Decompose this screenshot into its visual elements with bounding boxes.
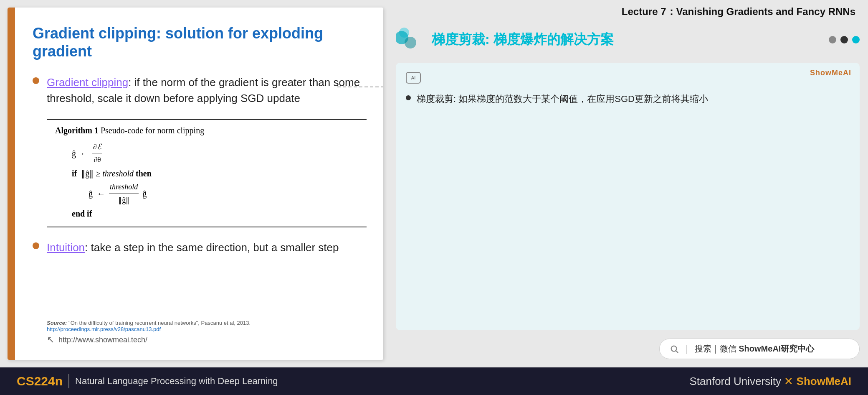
algo-frac-2: threshold ‖ĝ‖	[109, 181, 139, 206]
translation-box: ShowMeAI AI 梯度裁剪: 如果梯度的范数大于某个阈值，在应用SGD更新…	[396, 63, 860, 330]
frac2-numerator: threshold	[109, 181, 139, 194]
gradient-clipping-link[interactable]: Gradient clipping	[47, 76, 128, 89]
intuition-link[interactable]: Intuition	[47, 241, 85, 254]
slide-bullets: Gradient clipping: if the norm of the gr…	[33, 75, 367, 316]
algo-g-hat: ĝ ←	[72, 146, 91, 161]
nav-dot-3[interactable]	[852, 36, 860, 43]
ai-icon: AI	[406, 72, 421, 84]
search-brand: ShowMeAI研究中心	[739, 344, 814, 353]
slide-accent-bar	[8, 8, 15, 360]
algo-if: if	[72, 166, 77, 181]
footer-url: http://www.showmeai.tech/	[58, 336, 147, 344]
algo-g-hat-2: ĝ ←	[89, 186, 107, 201]
showmeai-badge: ShowMeAI	[810, 69, 851, 77]
algo-then: then	[136, 166, 152, 181]
bullet-dot-1	[33, 77, 39, 84]
right-panel: Lecture 7：Vanishing Gradients and Fancy …	[383, 0, 868, 367]
bullet-text-1: Gradient clipping: if the norm of the gr…	[47, 75, 367, 106]
cursor-icon: ↖	[47, 334, 54, 345]
url-line: ↖ http://www.showmeai.tech/	[47, 334, 358, 345]
search-text: 搜索｜微信 ShowMeAI研究中心	[695, 343, 815, 354]
nav-dot-1[interactable]	[829, 36, 836, 43]
svg-point-4	[405, 37, 416, 48]
bottom-divider	[68, 374, 69, 388]
slide-inner: Gradient clipping: solution for explodin…	[20, 8, 383, 360]
bullet-item-1: Gradient clipping: if the norm of the gr…	[33, 75, 367, 106]
nav-dots	[829, 36, 860, 43]
algo-end-if: end if	[72, 206, 92, 221]
trans-bullet-dot	[406, 95, 411, 100]
source-text: "On the difficulty of training recurrent…	[68, 320, 251, 326]
svg-line-6	[676, 351, 678, 353]
bottom-bar: CS224n Natural Language Processing with …	[0, 367, 868, 395]
slide-footer: Source: "On the difficulty of training r…	[33, 316, 367, 352]
frac-numerator: ∂ℰ	[92, 140, 102, 154]
nav-dot-2[interactable]	[840, 36, 848, 43]
source-label: Source:	[47, 320, 67, 326]
algo-title-normal: Pseudo-code for norm clipping	[99, 126, 204, 135]
algorithm-box: Algorithm 1 Pseudo-code for norm clippin…	[47, 119, 367, 227]
slide-panel: Gradient clipping: solution for explodin…	[8, 8, 383, 360]
bullet-text-2: Intuition: take a step in the same direc…	[47, 240, 339, 256]
algo-norm: ‖ĝ‖ ≥	[81, 166, 102, 181]
algo-title-bold: Algorithm 1	[55, 126, 99, 135]
lecture-header: Lecture 7：Vanishing Gradients and Fancy …	[396, 0, 860, 25]
bottom-left: CS224n Natural Language Processing with …	[17, 374, 278, 388]
source-url-link[interactable]: http://proceedings.mlr.press/v28/pascanu…	[47, 326, 161, 332]
university-name: Stanford University	[689, 375, 781, 387]
bullet-dot-2	[33, 242, 39, 249]
search-prefix: 搜索｜微信	[695, 344, 739, 353]
algo-line-2: if ‖ĝ‖ ≥ threshold then	[55, 166, 358, 181]
algo-title: Algorithm 1 Pseudo-code for norm clippin…	[55, 126, 358, 135]
search-divider: |	[686, 344, 688, 354]
algo-line-3: ĝ ← threshold ‖ĝ‖ ĝ	[55, 181, 358, 206]
search-bar[interactable]: | 搜索｜微信 ShowMeAI研究中心	[659, 339, 860, 359]
slide-title: Gradient clipping: solution for explodin…	[33, 24, 367, 60]
bullet2-rest: : take a step in the same direction, but…	[85, 241, 339, 254]
algo-threshold-1: threshold	[102, 166, 134, 181]
source-line: Source: "On the difficulty of training r…	[47, 320, 358, 332]
algo-frac: ∂ℰ ∂θ	[92, 140, 102, 166]
trans-text: 梯度裁剪: 如果梯度的范数大于某个阈值，在应用SGD更新之前将其缩小	[417, 92, 708, 106]
brand-showmeai: ShowMeAI	[797, 375, 851, 387]
course-name: Natural Language Processing with Deep Le…	[75, 376, 278, 387]
bullet-item-2: Intuition: take a step in the same direc…	[33, 240, 367, 256]
topic-icon-svg	[396, 25, 425, 54]
frac-denominator: ∂θ	[93, 153, 102, 166]
topic-title-cn: 梯度剪裁: 梯度爆炸的解决方案	[432, 31, 614, 49]
translation-bullet: 梯度裁剪: 如果梯度的范数大于某个阈值，在应用SGD更新之前将其缩小	[406, 92, 850, 106]
algo-line-4: end if	[55, 206, 358, 221]
search-icon	[670, 344, 679, 354]
algo-g-hat-3: ĝ	[140, 186, 147, 201]
brand-x: ✕	[784, 375, 796, 387]
course-code: CS224n	[17, 374, 63, 388]
bottom-right: Stanford University ✕ ShowMeAI	[689, 375, 851, 388]
algo-line-1: ĝ ← ∂ℰ ∂θ	[55, 140, 358, 166]
svg-point-5	[671, 346, 677, 351]
main-content: Gradient clipping: solution for explodin…	[0, 0, 868, 367]
topic-card: 梯度剪裁: 梯度爆炸的解决方案	[396, 25, 860, 54]
frac2-denominator: ‖ĝ‖	[117, 194, 130, 207]
